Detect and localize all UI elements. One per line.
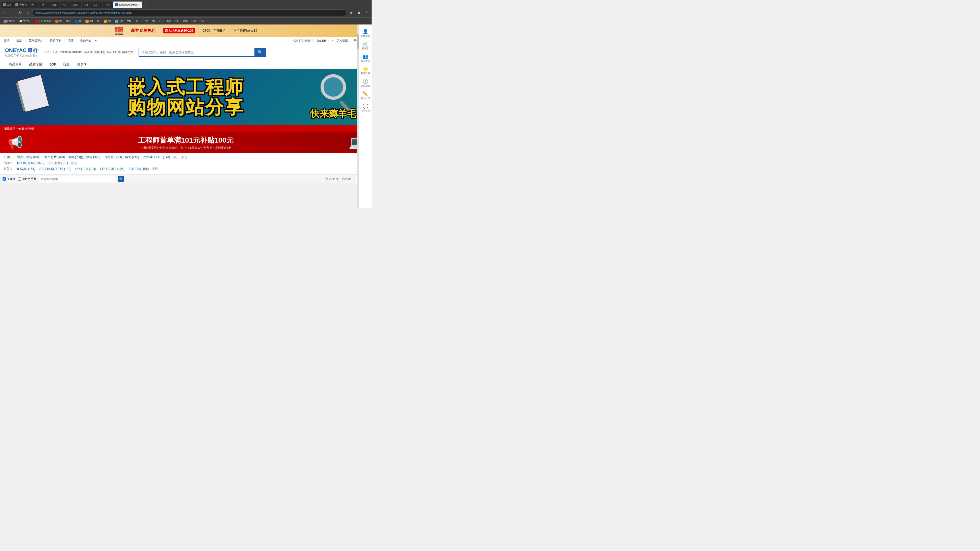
bookmark-favorites[interactable]: 收藏夹 <box>2 18 17 24</box>
instock-checkbox[interactable]: 有库存 <box>3 177 15 181</box>
sidebar-item-history[interactable]: 🕐 浏览历史 <box>360 77 371 89</box>
filter-package-1[interactable]: 8-SOIC (151) <box>16 167 36 171</box>
filter-brand-1[interactable]: ROHM(罗姆) (2823) <box>16 161 45 165</box>
bookmark-label-4: 博 <box>59 19 62 23</box>
tab-8[interactable]: SAI <box>82 2 92 8</box>
bookmark-re[interactable]: Re: <box>142 18 149 24</box>
star-button[interactable]: ★ <box>348 10 354 16</box>
header-link-gx[interactable]: 高校计划 <box>94 50 105 54</box>
filter-category-2[interactable]: 通用芯片 (468) <box>43 155 65 160</box>
menu-button[interactable]: ⋮ <box>363 10 369 16</box>
tab-semiconductors[interactable]: Semiconductors × <box>113 2 142 8</box>
tab-3[interactable]: 无 <box>29 2 40 8</box>
nav-tab-more[interactable]: 更多▼ <box>73 60 91 69</box>
tab-win[interactable]: win <box>1 2 13 8</box>
myorder-link[interactable]: 我的订单 <box>50 38 61 42</box>
bookmark-vte[interactable]: VTE <box>126 18 134 24</box>
filter-category-5[interactable]: 功率MOSFET (143) <box>142 155 171 160</box>
shipping-link[interactable]: 签到送积分 <box>29 38 43 42</box>
bookmark-145[interactable]: 145 <box>173 18 181 24</box>
scrollbar-thumb[interactable] <box>357 34 359 49</box>
sidebar-item-cart[interactable]: 🛒 购物车 <box>360 40 371 52</box>
tab-9[interactable]: [2] <box>92 2 102 8</box>
sidebar-item-favorites[interactable]: ⭐ 我的收藏 <box>360 64 371 76</box>
tab-7[interactable]: AD: <box>71 2 81 8</box>
search-button[interactable]: 🔍 <box>255 48 266 56</box>
home-button[interactable]: ⌂ <box>25 10 31 16</box>
sidebar-item-activity[interactable]: 💬 活动咨询 <box>360 102 371 114</box>
header-link-pin[interactable]: 品活动 <box>84 50 92 54</box>
header-link-nex[interactable]: Nexperia <box>59 50 71 54</box>
tab-2[interactable]: 无标题 <box>13 2 29 8</box>
filter-package-2[interactable]: SC-74A,SOT-753 (132) <box>38 167 72 171</box>
filter-category-1[interactable]: 通用三极管 (601) <box>16 155 41 160</box>
filter-category-3[interactable]: 稳压(齐纳)二极管 (322) <box>68 155 101 160</box>
header-link-gift[interactable]: 买人大礼包 <box>107 50 121 54</box>
forward-button[interactable]: → <box>10 10 16 16</box>
result-search-input[interactable] <box>39 176 115 182</box>
bookmark-nan[interactable]: nan <box>182 18 189 24</box>
bookmark-sch[interactable]: Sch <box>190 18 197 24</box>
sidebar-item-online-support[interactable]: 👤 在线解答 <box>360 27 371 39</box>
login-link[interactable]: 登录 <box>4 38 10 42</box>
bookmark-6[interactable]: 捌 <box>73 18 83 24</box>
bookmark-7[interactable]: 捌 <box>95 18 101 24</box>
datasheet-checkbox[interactable]: 有数字手册 <box>18 177 36 181</box>
instock-check[interactable] <box>3 177 6 181</box>
promo-banner[interactable]: 📢 工程师首单满101元补贴100元 注册R课堂用户专享 前排50名 每个订单限… <box>0 132 372 153</box>
extensions-button[interactable]: ■ <box>356 10 362 16</box>
datasheet-check[interactable] <box>18 177 21 181</box>
nav-tab-pdan[interactable]: 配单 <box>46 60 60 69</box>
tab-5[interactable]: AD: <box>50 2 60 8</box>
nav-tab-brands[interactable]: 品牌专区 <box>25 60 46 69</box>
bookmark-bo[interactable]: 博 <box>54 18 63 24</box>
result-search-button[interactable]: 🔍 <box>118 176 124 182</box>
header-link-sol[interactable]: 解决方案 <box>122 50 134 54</box>
tab-label-8: SAI <box>84 3 88 6</box>
filter-package-3[interactable]: SOD-128 (123) <box>74 167 97 171</box>
filter-brand-2[interactable]: SRI(时来) (21) <box>48 161 69 165</box>
bookmark-folder[interactable]: 📁文件夹 <box>18 18 32 24</box>
favorites-link[interactable]: 加入收藏 <box>337 38 348 42</box>
nav-tab-catalog[interactable]: 商品目录 <box>5 60 25 69</box>
bookmark-st1[interactable]: ST: <box>158 18 165 24</box>
filter-package-4[interactable]: SOD-323FL (105) <box>99 167 125 171</box>
nav-tab-zonghe[interactable]: 综合 <box>60 60 73 69</box>
logo-text[interactable]: ONEYAC 唯样 <box>5 47 38 54</box>
bookmark-gt[interactable]: GT <box>135 18 141 24</box>
filter-package-more[interactable]: 多选 <box>152 167 158 171</box>
bookmark-boxiao[interactable]: 博校 <box>64 18 73 24</box>
bookmark-sai[interactable]: SAI <box>114 18 124 24</box>
tab-6[interactable]: AD: <box>61 2 71 8</box>
filter-brand-more[interactable]: 多选 <box>71 161 77 165</box>
address-bar[interactable]: https://www.oneyac.com/page/rohm_classro… <box>33 10 347 16</box>
tab-add-button[interactable]: + <box>142 2 148 8</box>
sidebar-item-feedback[interactable]: ✏️ 意见反馈 <box>360 89 371 101</box>
sidebar-item-membership[interactable]: 👥 会员中心 <box>360 52 371 64</box>
back-button[interactable]: ← <box>2 10 8 16</box>
english-link[interactable]: English <box>317 39 326 42</box>
bookmark-ad1[interactable]: AD <box>84 18 94 24</box>
bookmark-hm[interactable]: hm <box>150 18 157 24</box>
reload-button[interactable]: ↻ <box>18 10 24 16</box>
filter-category-open[interactable]: 展开 <box>173 155 179 159</box>
membership-link[interactable]: 会员中心 <box>80 38 91 42</box>
header-link-te[interactable]: TE手工工具 <box>43 50 58 54</box>
scrollbar[interactable] <box>357 24 359 208</box>
filter-category-4[interactable]: 肖特基(SBD)二极管 (210) <box>103 155 140 160</box>
tab-4[interactable]: 博 <box>40 2 50 8</box>
tab-close-active[interactable]: × <box>138 3 140 6</box>
bookmark-3[interactable]: 无标题书签 <box>33 18 53 24</box>
tab-10[interactable]: 202 <box>103 2 113 8</box>
filter-category-more[interactable]: 多选 <box>181 155 187 159</box>
header-link-inf[interactable]: Infineon <box>72 50 82 54</box>
register-link[interactable]: 注册 <box>16 38 22 42</box>
filter-package-5[interactable]: SOT-323 (105) <box>127 167 150 171</box>
bookmark-130[interactable]: 130 <box>199 18 206 24</box>
history-icon: 🕐 <box>363 78 369 84</box>
bookmark-label-sch: Sch <box>192 20 196 22</box>
search-input[interactable] <box>139 51 255 54</box>
bookmark-ad2[interactable]: AD <box>102 18 113 24</box>
bookmark-st2[interactable]: ST: <box>165 18 172 24</box>
message-link[interactable]: 消息 <box>68 38 73 42</box>
